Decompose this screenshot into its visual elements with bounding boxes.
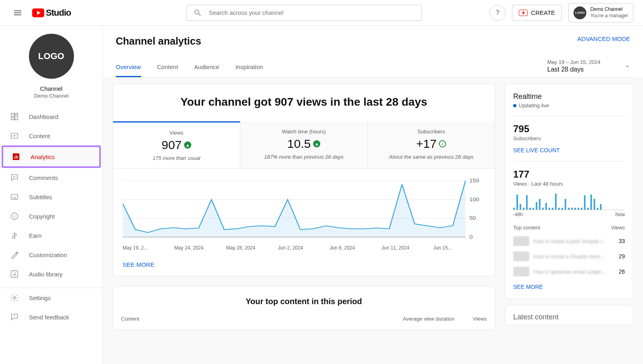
- spark-bar: [568, 208, 569, 210]
- create-button[interactable]: + CREATE: [512, 5, 562, 21]
- spark-bar: [587, 208, 589, 210]
- spark-bar: [529, 208, 531, 210]
- spark-bar: [561, 208, 563, 210]
- x-tick-label: May 19, 2...: [123, 245, 174, 251]
- spark-bar: [590, 194, 592, 210]
- tabs: Overview Content Audience Inspiration: [116, 63, 263, 77]
- sidebar-item-copyright[interactable]: c Copyright: [0, 207, 102, 226]
- date-range-picker[interactable]: May 19 – Jun 15, 2024 Last 28 days: [547, 59, 630, 77]
- thumbnail: [513, 267, 529, 276]
- spark-bar: [584, 195, 586, 210]
- help-button[interactable]: ?: [489, 5, 506, 21]
- svg-text:0: 0: [469, 234, 473, 239]
- sidebar-item-content[interactable]: Content: [0, 126, 102, 145]
- tab-inspiration[interactable]: Inspiration: [235, 63, 263, 77]
- logo[interactable]: Studio: [32, 8, 71, 18]
- spark-bar: [516, 194, 518, 210]
- see-live-count-link[interactable]: SEE LIVE COUNT: [513, 147, 560, 153]
- account-name: Demo Channel: [590, 6, 628, 13]
- x-tick-label: Jun 15...: [433, 245, 485, 251]
- latest-content-card: Latest content: [505, 305, 633, 325]
- sidebar-item-comments[interactable]: Comments: [0, 168, 102, 187]
- content-title: How to generate email subjec...: [533, 269, 614, 275]
- sidebar-item-label: Analytics: [31, 153, 55, 160]
- sidebar-item-settings[interactable]: Settings: [0, 288, 102, 307]
- search-input[interactable]: [209, 9, 415, 16]
- dashboard-icon: [10, 112, 19, 121]
- trend-up-icon: ▲: [184, 141, 191, 149]
- sidebar-item-label: Comments: [29, 174, 58, 181]
- tab-overview[interactable]: Overview: [116, 63, 141, 77]
- metric-subscribers[interactable]: Subscribers +17 ✓ About the same as prev…: [368, 121, 495, 168]
- sidebar: LOGO Channel Demo Channel Dashboard Cont…: [0, 26, 103, 364]
- metric-value: 907: [162, 138, 182, 152]
- spark-bar: [581, 208, 582, 210]
- spark-bar: [520, 204, 521, 210]
- spark-bar: [600, 204, 602, 210]
- metric-views[interactable]: Views 907 ▲ 175 more than usual: [113, 121, 240, 168]
- tab-content[interactable]: Content: [157, 63, 178, 77]
- spark-label-left: -48h: [513, 212, 523, 217]
- analytics-icon: [11, 152, 21, 162]
- metric-watch-time[interactable]: Watch time (hours) 10.5 ▲ 187% more than…: [240, 121, 368, 168]
- realtime-content-row[interactable]: How to install a paid Shopify t...33: [513, 236, 625, 246]
- realtime-see-more-link[interactable]: SEE MORE: [513, 284, 543, 290]
- sidebar-item-dashboard[interactable]: Dashboard: [0, 107, 102, 126]
- x-tick-label: Jun 2, 2024: [278, 245, 330, 251]
- sidebar-item-label: Content: [29, 133, 50, 139]
- spark-label-right: Now: [615, 212, 625, 217]
- realtime-subs-value: 795: [513, 123, 625, 135]
- content-views: 26: [618, 268, 625, 275]
- see-more-link[interactable]: SEE MORE: [113, 259, 164, 276]
- svg-text:c: c: [13, 214, 15, 219]
- svg-rect-2: [14, 157, 15, 159]
- logo-text: Studio: [46, 8, 71, 18]
- sidebar-item-analytics[interactable]: Analytics: [3, 147, 99, 166]
- content-title: How to install a paid Shopify t...: [533, 238, 614, 244]
- spark-bar: [526, 195, 528, 210]
- menu-icon: [13, 8, 23, 18]
- channel-name: Demo Channel: [34, 93, 69, 99]
- customization-icon: [10, 250, 19, 260]
- spark-bar: [539, 199, 541, 210]
- x-tick-label: Jun 11, 2024: [381, 245, 433, 251]
- realtime-views48-label: Views · Last 48 hours: [513, 181, 625, 187]
- sidebar-item-audio-library[interactable]: Audio library: [0, 264, 102, 284]
- sidebar-item-subtitles[interactable]: Subtitles: [0, 187, 102, 207]
- main-content: Channel analytics ADVANCED MODE Overview…: [103, 26, 643, 364]
- account-switcher[interactable]: LOGO Demo Channel You're a manager: [568, 3, 633, 22]
- account-avatar: LOGO: [573, 6, 586, 19]
- search-box[interactable]: [186, 5, 422, 21]
- top-content-card: Your top content in this period Content …: [113, 286, 495, 330]
- date-range-main: Last 28 days: [547, 66, 600, 73]
- sidebar-item-label: Subtitles: [29, 194, 52, 200]
- svg-point-9: [13, 297, 16, 299]
- chevron-down-icon: [625, 63, 630, 69]
- spark-bar: [523, 208, 524, 210]
- app-header: Studio ? + CREATE LOGO Demo Channel You'…: [0, 0, 643, 26]
- realtime-content-row[interactable]: How to generate email subjec...26: [513, 267, 625, 276]
- spark-bar: [558, 208, 560, 210]
- subtitles-icon: [10, 192, 19, 202]
- menu-button[interactable]: [10, 5, 26, 21]
- channel-avatar[interactable]: LOGO: [29, 34, 74, 79]
- headline: Your channel got 907 views in the last 2…: [113, 84, 495, 121]
- sidebar-item-feedback[interactable]: Send feedback: [0, 307, 102, 327]
- sidebar-item-label: Earn: [29, 232, 42, 239]
- chart: 050100150 May 19, 2...May 24, 2024May 28…: [113, 169, 495, 259]
- realtime-subs-label: Subscribers: [513, 135, 625, 141]
- svg-text:50: 50: [469, 216, 476, 221]
- tab-audience[interactable]: Audience: [194, 63, 219, 77]
- col-avg-duration: Average view duration: [398, 316, 455, 322]
- sidebar-item-customization[interactable]: Customization: [0, 245, 102, 264]
- spark-bar: [545, 203, 547, 210]
- create-label: CREATE: [531, 9, 555, 16]
- spark-bar: [571, 208, 573, 210]
- sidebar-item-label: Settings: [29, 294, 51, 301]
- sidebar-item-earn[interactable]: Earn: [0, 226, 102, 245]
- spark-bar: [549, 208, 550, 210]
- help-icon: ?: [496, 9, 500, 17]
- realtime-content-row[interactable]: How to install a Shopify them...29: [513, 252, 625, 261]
- advanced-mode-link[interactable]: ADVANCED MODE: [577, 35, 630, 42]
- top-content-title: Your top content in this period: [121, 294, 487, 316]
